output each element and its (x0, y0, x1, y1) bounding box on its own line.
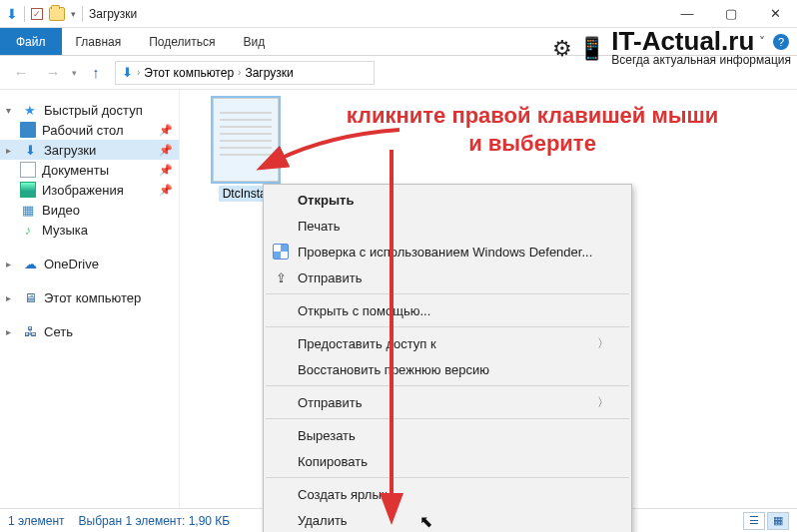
ctx-share[interactable]: ⇪ Отправить (264, 265, 631, 290)
watermark-title: IT-Actual.ru (611, 30, 791, 53)
onedrive-icon: ☁ (22, 256, 38, 271)
view-switcher: ☰ ▦ (743, 512, 789, 530)
ctx-copy[interactable]: Копировать (264, 448, 631, 474)
ctx-print[interactable]: Печать (264, 213, 631, 239)
breadcrumb-root[interactable]: Этот компьютер (144, 66, 234, 80)
download-icon: ⬇ (122, 65, 133, 80)
nav-label: Рабочий стол (42, 123, 124, 138)
details-view-button[interactable]: ☰ (743, 512, 765, 530)
nav-label: Видео (42, 203, 80, 218)
breadcrumb-current[interactable]: Загрузки (245, 66, 293, 80)
nav-documents[interactable]: Документы 📌 (0, 160, 179, 180)
nav-up-button[interactable]: ↑ (83, 60, 109, 86)
nav-quick-access[interactable]: ▾ ★ Быстрый доступ (0, 100, 179, 120)
pin-icon: 📌 (159, 144, 173, 157)
pin-icon: 📌 (159, 184, 173, 197)
watermark-subtitle: Всегда актуальная информация (611, 53, 791, 67)
nav-label: Изображения (42, 183, 124, 198)
tab-home[interactable]: Главная (62, 28, 136, 55)
separator (24, 6, 25, 22)
pin-icon: 📌 (159, 124, 173, 137)
nav-label: Документы (42, 163, 109, 178)
nav-pictures[interactable]: Изображения 📌 (0, 180, 179, 200)
window-title: Загрузки (89, 7, 137, 21)
nav-label: OneDrive (44, 257, 99, 271)
ctx-delete[interactable]: Удалить (264, 507, 631, 532)
properties-qat-icon[interactable]: ✓ (31, 8, 43, 20)
titlebar: ⬇ ✓ ▾ Загрузки — ▢ ✕ (0, 0, 797, 28)
document-icon (20, 162, 36, 178)
nav-label: Быстрый доступ (44, 103, 143, 118)
nav-history-dropdown-icon[interactable]: ▾ (72, 68, 77, 78)
ctx-open[interactable]: Открыть (264, 187, 631, 213)
desktop-icon (20, 122, 36, 138)
phone-icon: 📱 (578, 36, 605, 62)
nav-music[interactable]: ♪ Музыка (0, 220, 179, 240)
menu-separator (266, 293, 629, 294)
chevron-right-icon[interactable]: › (238, 67, 241, 78)
nav-desktop[interactable]: Рабочий стол 📌 (0, 120, 179, 140)
nav-back-button[interactable]: ← (8, 60, 34, 86)
tab-view[interactable]: Вид (229, 28, 279, 55)
music-icon: ♪ (20, 222, 36, 238)
text-file-icon (213, 98, 279, 182)
gear-icon: ⚙ (552, 36, 572, 62)
caret-down-icon: ▾ (6, 105, 16, 116)
pc-icon: 🖥 (22, 289, 38, 305)
chevron-right-icon[interactable]: › (137, 67, 140, 78)
nav-network[interactable]: ▸ 🖧 Сеть (0, 321, 179, 341)
submenu-arrow-icon: 〉 (597, 394, 609, 411)
status-selection: Выбран 1 элемент: 1,90 КБ (79, 514, 231, 528)
breadcrumb[interactable]: ⬇ › Этот компьютер › Загрузки (115, 61, 375, 85)
tab-share[interactable]: Поделиться (135, 28, 229, 55)
defender-shield-icon (272, 243, 290, 261)
maximize-button[interactable]: ▢ (709, 0, 753, 28)
down-arrow-icon[interactable]: ⬇ (6, 6, 18, 22)
menu-separator (266, 326, 629, 327)
status-item-count: 1 элемент (8, 514, 65, 528)
caret-right-icon: ▸ (6, 292, 16, 303)
watermark: ⚙ 📱 IT-Actual.ru Всегда актуальная инфор… (552, 30, 791, 67)
nav-forward-button[interactable]: → (40, 60, 66, 86)
pin-icon: 📌 (159, 164, 173, 177)
file-tab[interactable]: Файл (0, 28, 62, 55)
network-icon: 🖧 (22, 323, 38, 339)
caret-right-icon: ▸ (6, 326, 16, 337)
context-menu: Открыть Печать Проверка с использованием… (263, 184, 632, 532)
menu-separator (266, 477, 629, 478)
ctx-cut[interactable]: Вырезать (264, 422, 631, 448)
folder-icon[interactable] (49, 7, 65, 21)
ctx-open-with[interactable]: Открыть с помощью... (264, 297, 631, 323)
quick-access-toolbar: ⬇ ✓ ▾ (0, 6, 83, 22)
nav-this-pc[interactable]: ▸ 🖥 Этот компьютер (0, 287, 179, 307)
ctx-grant-access[interactable]: Предоставить доступ к〉 (264, 330, 631, 356)
ctx-defender[interactable]: Проверка с использованием Windows Defend… (264, 239, 631, 265)
cursor-icon: ⬉ (419, 512, 432, 531)
menu-separator (266, 418, 629, 419)
nav-onedrive[interactable]: ▸ ☁ OneDrive (0, 254, 179, 273)
download-icon: ⬇ (22, 142, 38, 158)
separator (82, 6, 83, 22)
star-icon: ★ (22, 102, 38, 118)
qat-dropdown-icon[interactable]: ▾ (71, 9, 76, 19)
caret-right-icon: ▸ (6, 145, 16, 156)
video-icon: ▦ (20, 202, 36, 218)
caret-right-icon: ▸ (6, 259, 16, 269)
submenu-arrow-icon: 〉 (597, 335, 609, 352)
menu-separator (266, 385, 629, 386)
close-button[interactable]: ✕ (753, 0, 797, 28)
nav-videos[interactable]: ▦ Видео (0, 200, 179, 220)
nav-downloads[interactable]: ▸ ⬇ Загрузки 📌 (0, 140, 179, 160)
navigation-pane: ▾ ★ Быстрый доступ Рабочий стол 📌 ▸ ⬇ За… (0, 90, 180, 508)
minimize-button[interactable]: — (665, 0, 709, 28)
ctx-send-to[interactable]: Отправить〉 (264, 389, 631, 415)
ctx-restore-version[interactable]: Восстановить прежнюю версию (264, 356, 631, 382)
ctx-create-shortcut[interactable]: Создать ярлык (264, 481, 631, 507)
window-controls: — ▢ ✕ (665, 0, 797, 28)
nav-label: Сеть (44, 324, 73, 339)
share-icon: ⇪ (272, 268, 290, 286)
nav-label: Музыка (42, 223, 88, 238)
nav-label: Загрузки (44, 143, 96, 158)
image-icon (20, 182, 36, 198)
icons-view-button[interactable]: ▦ (767, 512, 789, 530)
